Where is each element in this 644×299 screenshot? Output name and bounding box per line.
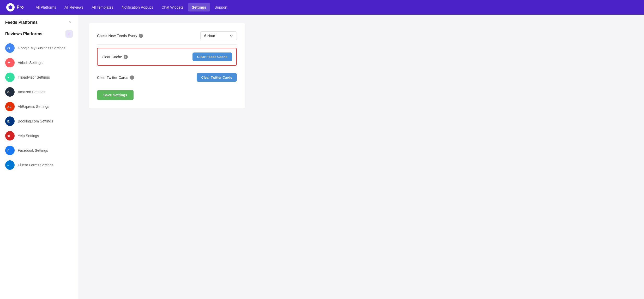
booking-icon: B.	[5, 116, 15, 126]
clear-twitter-cards-button[interactable]: Clear Twitter Cards	[197, 73, 237, 82]
check-feeds-dropdown[interactable]: 6 Hour	[200, 31, 237, 40]
airbnb-icon: ✦	[5, 58, 15, 67]
check-feeds-info-icon[interactable]: i	[139, 34, 143, 38]
tripadvisor-icon: ●	[5, 73, 15, 82]
nav-item-all-templates[interactable]: All Templates	[88, 3, 117, 11]
sidebar-item-label-tripadvisor: Tripadvisor Settings	[18, 75, 50, 79]
sidebar-item-label-amazon: Amazon Settings	[18, 90, 45, 94]
sidebar-item-label-facebook: Facebook Settings	[18, 148, 48, 153]
page-layout: Feeds Platforms Reviews Platforms GGoogl…	[0, 15, 644, 299]
sidebar-item-label-gmb: Google My Business Settings	[18, 46, 65, 50]
logo-text: Pro	[17, 5, 24, 10]
nav-item-settings[interactable]: Settings	[188, 3, 210, 11]
reviews-toggle-button[interactable]	[65, 30, 73, 38]
dropdown-chevron-icon	[230, 34, 233, 37]
sidebar-item-label-airbnb: Airbnb Settings	[18, 61, 43, 65]
clear-cache-info-icon[interactable]: i	[124, 55, 128, 59]
clear-cache-label-group: Clear Cache i	[102, 55, 128, 59]
settings-card: Check New Feeds Every i 6 Hour Clear Cac…	[89, 23, 245, 108]
clear-feeds-cache-button[interactable]: Clear Feeds Cache	[192, 52, 232, 61]
nav-item-chat-widgets[interactable]: Chat Widgets	[158, 3, 187, 11]
check-feeds-label-group: Check New Feeds Every i	[97, 34, 143, 38]
sidebar-item-label-yelp: Yelp Settings	[18, 134, 39, 138]
reviews-platforms-label: Reviews Platforms	[5, 32, 42, 36]
sidebar-item-aliexpress[interactable]: AEAliExpress Settings	[0, 99, 78, 114]
logo[interactable]: Pro	[6, 3, 24, 11]
reviews-platforms-section[interactable]: Reviews Platforms	[0, 28, 78, 41]
svg-text:a: a	[7, 90, 10, 94]
svg-text:❀: ❀	[7, 134, 10, 138]
gmb-icon: G	[5, 43, 15, 53]
sidebar-item-label-fluent: Fluent Forms Settings	[18, 163, 53, 167]
clear-twitter-label: Clear Twitter Cards	[97, 75, 128, 80]
main-nav: All PlatformsAll ReviewsAll TemplatesNot…	[32, 3, 638, 11]
sidebar: Feeds Platforms Reviews Platforms GGoogl…	[0, 15, 78, 299]
sidebar-item-booking[interactable]: B.Booking.com Settings	[0, 114, 78, 128]
sidebar-item-facebook[interactable]: fFacebook Settings	[0, 143, 78, 158]
sidebar-item-fluent[interactable]: ≡Fluent Forms Settings	[0, 158, 78, 172]
clear-cache-row: Clear Cache i Clear Feeds Cache	[97, 48, 237, 66]
sidebar-item-amazon[interactable]: aAmazon Settings	[0, 85, 78, 99]
clear-cache-label: Clear Cache	[102, 55, 122, 59]
nav-item-support[interactable]: Support	[211, 3, 231, 11]
svg-text:≡: ≡	[7, 163, 9, 167]
feeds-platforms-label: Feeds Platforms	[5, 20, 38, 25]
svg-text:f: f	[7, 149, 9, 153]
amazon-icon: a	[5, 87, 15, 97]
svg-text:AE: AE	[7, 105, 11, 108]
nav-item-all-reviews[interactable]: All Reviews	[61, 3, 87, 11]
sidebar-item-gmb[interactable]: GGoogle My Business Settings	[0, 41, 78, 55]
clear-twitter-row: Clear Twitter Cards i Clear Twitter Card…	[97, 69, 237, 86]
check-feeds-row: Check New Feeds Every i 6 Hour	[97, 31, 237, 45]
feeds-chevron-icon	[68, 20, 73, 25]
feeds-platforms-section[interactable]: Feeds Platforms	[0, 15, 78, 28]
sidebar-item-tripadvisor[interactable]: ●Tripadvisor Settings	[0, 70, 78, 85]
nav-item-notification-popups[interactable]: Notification Popups	[118, 3, 157, 11]
check-feeds-value: 6 Hour	[204, 34, 215, 38]
clear-twitter-label-group: Clear Twitter Cards i	[97, 75, 134, 80]
svg-text:B.: B.	[7, 120, 10, 123]
header: Pro All PlatformsAll ReviewsAll Template…	[0, 0, 644, 15]
save-settings-button[interactable]: Save Settings	[97, 90, 134, 100]
nav-item-all-platforms[interactable]: All Platforms	[32, 3, 60, 11]
sidebar-item-label-booking: Booking.com Settings	[18, 119, 53, 123]
sidebar-item-airbnb[interactable]: ✦Airbnb Settings	[0, 55, 78, 70]
yelp-icon: ❀	[5, 131, 15, 140]
main-content: Check New Feeds Every i 6 Hour Clear Cac…	[78, 15, 644, 299]
svg-text:G: G	[7, 46, 10, 50]
sidebar-item-yelp[interactable]: ❀Yelp Settings	[0, 128, 78, 143]
sidebar-item-label-aliexpress: AliExpress Settings	[18, 104, 49, 109]
svg-text:✦: ✦	[7, 60, 11, 65]
aliexpress-icon: AE	[5, 102, 15, 111]
svg-text:●: ●	[7, 76, 9, 79]
clear-twitter-info-icon[interactable]: i	[130, 75, 134, 80]
sidebar-items-container: GGoogle My Business Settings✦Airbnb Sett…	[0, 41, 78, 172]
fluent-icon: ≡	[5, 160, 15, 170]
check-feeds-label: Check New Feeds Every	[97, 34, 137, 38]
logo-icon	[6, 3, 15, 11]
facebook-icon: f	[5, 146, 15, 155]
